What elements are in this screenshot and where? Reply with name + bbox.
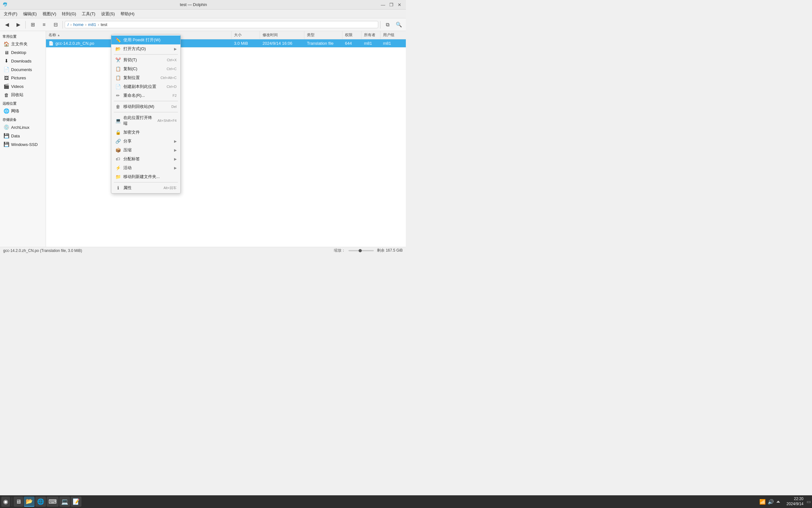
context-menu-item-cut[interactable]: ✂️ 剪切(T) Ctrl+X — [111, 55, 180, 65]
ctx-label: 移动到回收站(M) — [123, 104, 169, 110]
col-size[interactable]: 大小 — [232, 31, 260, 39]
ctx-icon: 🗑 — [115, 104, 121, 109]
context-menu-item-share[interactable]: 🔗 分享 ▶ — [111, 137, 180, 145]
sidebar-item-videos[interactable]: 🎬Videos — [1, 82, 45, 90]
context-menu-item-trash[interactable]: 🗑 移动到回收站(M) Del — [111, 102, 180, 111]
sidebar-storage-items: 💿ArchLinux💾Data💾Windows-SSD — [0, 123, 46, 149]
context-menu-item-encrypt[interactable]: 🔒 加密文件 — [111, 128, 180, 137]
ctx-shortcut: Ctrl+X — [167, 58, 177, 62]
ctx-label: 使用 Poedit 打开(W) — [123, 37, 177, 43]
context-menu-item-properties[interactable]: ℹ 属性 Alt+回车 — [111, 183, 180, 192]
ctx-shortcut: Del — [171, 105, 177, 109]
ctx-shortcut: Ctrl+C — [167, 67, 177, 71]
menu-item-tools[interactable]: 工具(T) — [79, 10, 98, 18]
zoom-thumb — [359, 249, 362, 252]
sidebar-item-desktop[interactable]: 🖥Desktop — [1, 48, 45, 56]
sidebar-label: 回收站 — [11, 92, 23, 98]
context-menu-item-open-with[interactable]: 📂 打开方式(O) ▶ — [111, 44, 180, 53]
sidebar-item-data[interactable]: 💾Data — [1, 132, 45, 140]
ctx-shortcut: Ctrl+D — [167, 85, 177, 88]
breadcrumb-sep-2: › — [85, 22, 87, 27]
context-menu-item-actions[interactable]: ⚡ 活动 ▶ — [111, 163, 180, 172]
ctx-label: 加密文件 — [123, 129, 177, 135]
table-row[interactable]: 📄 gcc-14.2.0.zh_CN.po 3.0 MiB 2024/9/14 … — [46, 39, 406, 48]
sidebar-label: ArchLinux — [11, 125, 30, 130]
sidebar-label: Downloads — [11, 59, 32, 64]
sidebar-label: Data — [11, 134, 20, 138]
context-menu-item-rename[interactable]: ✏ 重命名(R)... F2 — [111, 91, 180, 100]
view-icons-button[interactable]: ⊞ — [28, 20, 38, 30]
file-owner: m81 — [362, 41, 380, 46]
sidebar-icon: 🖥 — [3, 50, 9, 55]
context-menu-item-copy[interactable]: 📋 复制(C) Ctrl+C — [111, 65, 180, 73]
breadcrumb-current: test — [100, 22, 107, 27]
search-button[interactable]: 🔍 — [394, 20, 404, 30]
view-details-button[interactable]: ⊟ — [50, 20, 60, 30]
context-menu-item-open-poedit[interactable]: ✏️ 使用 Poedit 打开(W) — [111, 36, 180, 44]
sidebar-item-网络[interactable]: 🌐网络 — [1, 107, 45, 115]
sidebar-item-主文件夹[interactable]: 🏠主文件夹 — [1, 40, 45, 48]
context-menu[interactable]: ✏️ 使用 Poedit 打开(W) 📂 打开方式(O) ▶ ✂️ 剪切(T) … — [111, 34, 181, 194]
ctx-label: 打开方式(O) — [123, 46, 172, 52]
titlebar-controls: — ❐ ✕ — [379, 2, 403, 8]
sidebar-item-downloads[interactable]: ⬇Downloads — [1, 57, 45, 65]
context-menu-item-terminal[interactable]: 💻 在此位置打开终端 Alt+Shift+F4 — [111, 113, 180, 128]
col-user[interactable]: 用户组 — [380, 31, 406, 39]
main-layout: 常用位置 🏠主文件夹🖥Desktop⬇Downloads📄Documents🖼P… — [0, 31, 406, 247]
app-icon: 🐬 — [3, 2, 8, 7]
forward-button[interactable]: ▶ — [13, 20, 23, 30]
col-date[interactable]: 修改时间 — [260, 31, 304, 39]
context-menu-item-move-new-folder[interactable]: 📁 移动到新建文件夹... — [111, 172, 180, 181]
col-owner[interactable]: 所有者 — [362, 31, 380, 39]
sidebar-icon: 💿 — [3, 124, 9, 130]
breadcrumb-m81[interactable]: m81 — [88, 22, 96, 27]
file-content[interactable]: 名称 ▲ 大小 修改时间 类型 权限 所有者 用户组 📄 gcc-14.2.0.… — [46, 31, 406, 247]
ctx-arrow-icon: ▶ — [174, 139, 177, 143]
ctx-arrow-icon: ▶ — [174, 166, 177, 170]
menu-item-view[interactable]: 视图(V) — [40, 10, 59, 18]
context-menu-item-duplicate[interactable]: 📄 创建副本到此位置 Ctrl+D — [111, 82, 180, 91]
sidebar-item-windows-ssd[interactable]: 💾Windows-SSD — [1, 140, 45, 149]
restore-button[interactable]: ❐ — [387, 2, 395, 8]
breadcrumb-root[interactable]: / — [67, 22, 69, 27]
ctx-label: 复制(C) — [123, 66, 164, 72]
file-type: Translation file — [304, 41, 342, 46]
menu-item-goto[interactable]: 转到(G) — [59, 10, 79, 18]
menu-item-help[interactable]: 帮助(H) — [118, 10, 137, 18]
ctx-icon: 🔗 — [115, 139, 121, 144]
statusbar-text: gcc-14.2.0.zh_CN.po (Translation file, 3… — [3, 248, 334, 253]
back-button[interactable]: ◀ — [2, 20, 12, 30]
split-view-button[interactable]: ⧉ — [382, 20, 392, 30]
close-button[interactable]: ✕ — [396, 2, 403, 8]
sidebar-icon: 🏠 — [3, 41, 9, 47]
col-perm[interactable]: 权限 — [342, 31, 362, 39]
ctx-label: 在此位置打开终端 — [123, 115, 155, 126]
sidebar-icon: 🎬 — [3, 83, 9, 89]
menu-item-file[interactable]: 文件(F) — [1, 10, 20, 18]
sidebar-icon: 💾 — [3, 141, 9, 147]
context-menu-item-tag[interactable]: 🏷 分配标签 ▶ — [111, 155, 180, 163]
menu-item-edit[interactable]: 编辑(E) — [20, 10, 39, 18]
view-compact-button[interactable]: ≡ — [39, 20, 49, 30]
menu-item-settings[interactable]: 设置(S) — [99, 10, 117, 18]
ctx-label: 重命名(R)... — [123, 93, 170, 98]
context-menu-item-compress[interactable]: 📦 压缩 ▶ — [111, 145, 180, 155]
sidebar-remote-section: 远程位置 — [0, 99, 46, 107]
file-date: 2024/9/14 16:06 — [260, 41, 304, 46]
breadcrumb: / › home › m81 › test — [65, 21, 378, 28]
zoom-slider[interactable] — [348, 250, 374, 251]
ctx-label: 剪切(T) — [123, 57, 164, 63]
sidebar-item-回收站[interactable]: 🗑回收站 — [1, 91, 45, 99]
breadcrumb-home[interactable]: home — [73, 22, 84, 27]
ctx-label: 复制位置 — [123, 75, 158, 81]
ctx-label: 活动 — [123, 165, 172, 171]
file-list-header: 名称 ▲ 大小 修改时间 类型 权限 所有者 用户组 — [46, 31, 406, 39]
sidebar-label: Documents — [11, 67, 32, 72]
context-menu-item-copy-path[interactable]: 📋 复制位置 Ctrl+Alt+C — [111, 73, 180, 82]
sidebar-item-archlinux[interactable]: 💿ArchLinux — [1, 123, 45, 131]
minimize-button[interactable]: — — [379, 2, 387, 8]
col-type[interactable]: 类型 — [304, 31, 342, 39]
sidebar-label: 主文件夹 — [11, 41, 28, 47]
sidebar-item-documents[interactable]: 📄Documents — [1, 66, 45, 74]
sidebar-item-pictures[interactable]: 🖼Pictures — [1, 74, 45, 82]
